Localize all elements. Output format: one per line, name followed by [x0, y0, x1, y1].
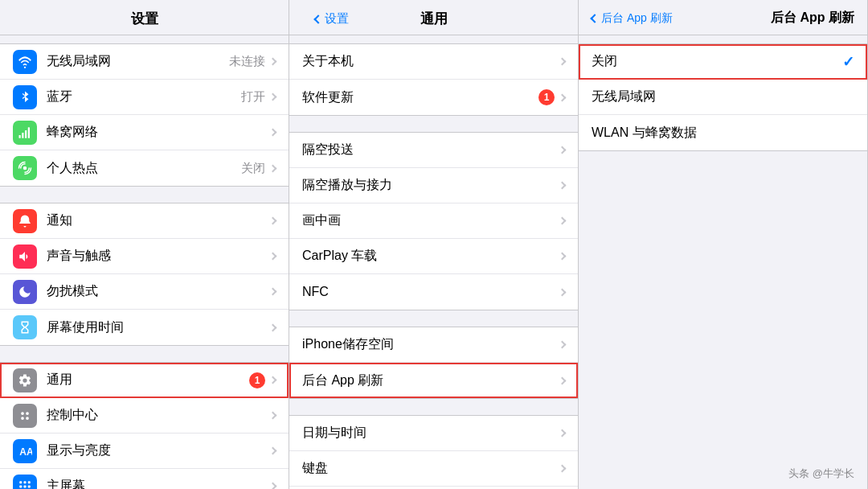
wifi-label: 无线局域网	[47, 53, 229, 70]
row-keyboard[interactable]: 键盘	[289, 451, 578, 487]
option-off[interactable]: 关闭 ✓	[579, 44, 867, 80]
svg-rect-11	[19, 481, 22, 483]
watermark: 头条 @牛学长	[788, 466, 854, 481]
group-network: 无线局域网 未连接 蓝牙 打开 蜂窝网络	[0, 43, 289, 187]
row-airdrop[interactable]: 隔空投送	[289, 133, 578, 168]
general-chevron	[269, 376, 277, 384]
display-icon-bg: AA	[13, 439, 37, 463]
panel2-group3: iPhone储存空间 后台 App 刷新	[289, 327, 578, 399]
settings-row-bluetooth[interactable]: 蓝牙 打开	[0, 80, 289, 115]
option-off-label: 关闭	[592, 53, 842, 70]
svg-rect-12	[24, 481, 27, 483]
gear-icon	[18, 373, 32, 388]
settings-row-wifi[interactable]: 无线局域网 未连接	[0, 44, 289, 80]
carplay-label: CarPlay 车载	[302, 248, 559, 265]
svg-point-9	[26, 417, 29, 420]
row-storage[interactable]: iPhone储存空间	[289, 327, 578, 363]
general-badge: 1	[249, 372, 265, 388]
settings-row-control[interactable]: 控制中心	[0, 398, 289, 434]
software-badge: 1	[538, 89, 555, 105]
display-label: 显示与亮度	[47, 442, 270, 459]
cellular-icon-bg	[13, 121, 37, 145]
panel-bgrefresh: 后台 App 刷新 后台 App 刷新 关闭 ✓ 无线局域网 WLAN 与蜂窝数…	[579, 0, 868, 489]
row-bgrefresh[interactable]: 后台 App 刷新	[289, 363, 578, 398]
option-wifi[interactable]: 无线局域网	[579, 80, 867, 115]
panel1-content: 无线局域网 未连接 蓝牙 打开 蜂窝网络	[0, 35, 289, 489]
panel-settings: 设置 无线局域网 未连接 蓝牙 打开	[0, 0, 289, 489]
panel1-header: 设置	[0, 0, 289, 35]
airplay-label: 隔空播放与接力	[302, 177, 559, 194]
panel3-title: 后台 App 刷新	[771, 10, 854, 27]
homescreen-icon	[18, 479, 32, 490]
option-wlan[interactable]: WLAN 与蜂窝数据	[579, 115, 867, 150]
dnd-label: 勿扰模式	[47, 283, 270, 300]
svg-point-0	[24, 66, 26, 68]
hotspot-label: 个人热点	[47, 160, 241, 177]
control-label: 控制中心	[47, 407, 270, 424]
option-off-checkmark: ✓	[842, 53, 854, 71]
panel3-back-label: 后台 App 刷新	[601, 11, 673, 26]
svg-rect-2	[22, 133, 23, 138]
bgrefresh-label: 后台 App 刷新	[302, 372, 559, 389]
settings-row-notifications[interactable]: 通知	[0, 203, 289, 239]
row-pip[interactable]: 画中画	[289, 203, 578, 239]
bgrefresh-chevron	[559, 376, 567, 384]
software-chevron	[559, 93, 567, 101]
row-airplay[interactable]: 隔空播放与接力	[289, 168, 578, 203]
sound-icon-bg	[13, 244, 37, 269]
bluetooth-icon-bg	[13, 85, 37, 109]
bluetooth-label: 蓝牙	[47, 88, 241, 105]
hotspot-icon	[18, 161, 32, 175]
settings-row-hotspot[interactable]: 个人热点 关闭	[0, 150, 289, 186]
row-carplay[interactable]: CarPlay 车载	[289, 239, 578, 274]
option-wifi-label: 无线局域网	[592, 88, 854, 105]
panel2-content: 关于本机 软件更新 1 隔空投送 隔空播放与接力 画中画	[289, 35, 578, 489]
keyboard-chevron	[559, 465, 567, 473]
svg-rect-4	[28, 127, 30, 138]
row-about[interactable]: 关于本机	[289, 44, 578, 80]
control-icon-bg	[13, 404, 37, 428]
panel3-back[interactable]: 后台 App 刷新	[592, 11, 673, 26]
row-datetime[interactable]: 日期与时间	[289, 416, 578, 451]
row-nfc[interactable]: NFC	[289, 274, 578, 310]
display-chevron	[269, 447, 277, 455]
panel3-options-group: 关闭 ✓ 无线局域网 WLAN 与蜂窝数据	[579, 43, 867, 151]
carplay-chevron	[559, 253, 567, 261]
svg-point-5	[23, 166, 27, 171]
nfc-label: NFC	[302, 285, 559, 299]
storage-label: iPhone储存空间	[302, 336, 559, 353]
control-chevron	[269, 412, 277, 420]
row-software[interactable]: 软件更新 1	[289, 80, 578, 115]
datetime-label: 日期与时间	[302, 425, 559, 442]
panel1-title: 设置	[131, 10, 158, 28]
panel2-back-label: 设置	[325, 11, 349, 27]
pip-chevron	[559, 217, 567, 225]
panel3-back-chevron	[590, 14, 599, 23]
bluetooth-icon	[18, 90, 32, 105]
panel2-group: 关于本机 软件更新 1	[289, 43, 578, 116]
settings-row-dnd[interactable]: 勿扰模式	[0, 274, 289, 310]
sound-label: 声音与触感	[47, 248, 270, 265]
settings-row-screentime[interactable]: 屏幕使用时间	[0, 310, 289, 345]
screentime-chevron	[269, 323, 277, 331]
pip-label: 画中画	[302, 212, 559, 229]
moon-icon	[18, 285, 32, 299]
settings-row-general[interactable]: 通用 1	[0, 363, 289, 398]
screentime-label: 屏幕使用时间	[47, 319, 270, 336]
control-icon	[18, 409, 32, 423]
moon-icon-bg	[13, 280, 37, 304]
settings-row-cellular[interactable]: 蜂窝网络	[0, 115, 289, 150]
panel3-header: 后台 App 刷新 后台 App 刷新	[579, 0, 867, 35]
svg-rect-1	[19, 135, 21, 138]
settings-row-homescreen[interactable]: 主屏幕	[0, 469, 289, 489]
homescreen-icon-bg	[13, 475, 37, 490]
panel2-back[interactable]: 设置	[315, 11, 349, 27]
panel2-back-chevron	[313, 14, 322, 23]
svg-rect-13	[28, 481, 31, 483]
panel2-group4: 日期与时间 键盘 字体 语言与地区	[289, 415, 578, 489]
settings-row-sound[interactable]: 声音与触感	[0, 239, 289, 274]
software-label: 软件更新	[302, 89, 538, 106]
notifications-chevron	[269, 217, 277, 225]
svg-text:AA: AA	[19, 446, 32, 457]
settings-row-display[interactable]: AA 显示与亮度	[0, 434, 289, 469]
